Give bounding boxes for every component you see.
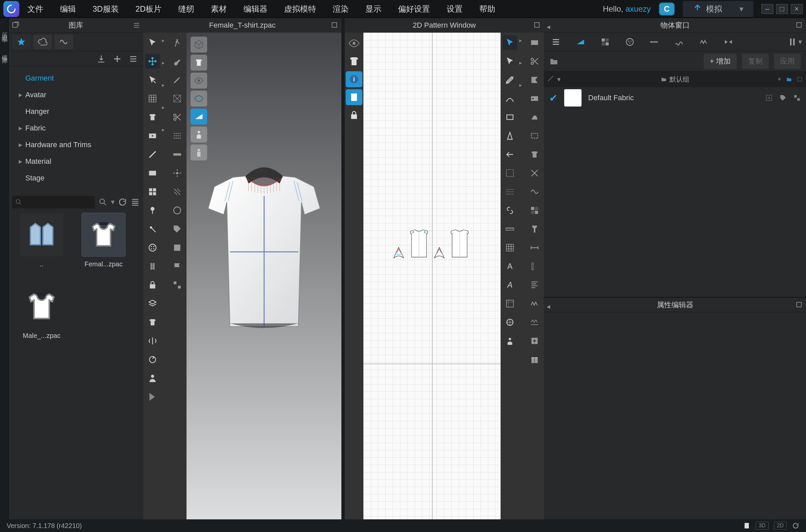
copy-button[interactable]: 复制 xyxy=(742,54,769,69)
toolb-btn2[interactable] xyxy=(170,203,185,218)
tool-tack[interactable] xyxy=(145,222,160,236)
toolb-flag[interactable] xyxy=(170,259,185,274)
popout-icon[interactable] xyxy=(331,21,339,29)
tool-mirror[interactable] xyxy=(145,334,160,348)
toolb-tag[interactable] xyxy=(170,222,185,236)
tool-sew[interactable] xyxy=(145,129,160,143)
grid-small-icon[interactable] xyxy=(793,94,801,101)
ft-surface[interactable] xyxy=(190,109,207,125)
ft-body[interactable] xyxy=(190,127,207,142)
tool-select-lasso[interactable] xyxy=(145,73,160,87)
tool-layers[interactable] xyxy=(145,296,160,311)
t2b-iron[interactable] xyxy=(527,110,542,125)
refresh-icon[interactable] xyxy=(118,197,127,207)
t2b-marker[interactable] xyxy=(527,222,542,236)
rail-tab-history[interactable]: 历史记录 xyxy=(0,25,9,37)
tool-zipper[interactable] xyxy=(145,259,160,274)
menu-edit[interactable]: 编辑 xyxy=(60,4,76,14)
t2-pen[interactable] xyxy=(503,73,517,87)
tool-rotate[interactable] xyxy=(145,352,160,367)
add-button[interactable]: + 增加 xyxy=(704,54,737,69)
menu-settings[interactable]: 设置 xyxy=(447,4,463,14)
status-refresh-icon[interactable] xyxy=(792,522,799,529)
t2b-cut[interactable] xyxy=(527,166,542,180)
popout-icon[interactable] xyxy=(11,21,19,29)
fabric-row[interactable]: ✔ Default Fabric xyxy=(544,87,806,109)
t2b-check[interactable] xyxy=(527,203,542,218)
chip-2d[interactable]: 2D xyxy=(774,522,787,530)
tree-hardware[interactable]: ▸Hardware and Trims xyxy=(9,136,143,153)
expand-caret[interactable]: ▸ xyxy=(162,82,168,88)
toolb-snap[interactable] xyxy=(170,166,185,180)
chip-3d[interactable]: 3D xyxy=(756,522,768,530)
fabric-swatch[interactable] xyxy=(564,89,582,107)
group-header[interactable]: ▾ 默认组 + xyxy=(544,71,806,87)
expand-caret[interactable]: ▸ xyxy=(162,127,168,133)
objtab-line[interactable] xyxy=(647,35,662,49)
t2-A[interactable]: A xyxy=(503,259,517,274)
ft-shirt[interactable] xyxy=(190,55,207,71)
menu-help[interactable]: 帮助 xyxy=(479,4,495,14)
collapse-icon[interactable]: ◂ xyxy=(546,302,555,310)
t2-trace[interactable] xyxy=(503,166,517,180)
canvas-3d[interactable] xyxy=(187,33,341,519)
menu-file[interactable]: 文件 xyxy=(27,4,43,14)
simulate-button[interactable]: 模拟 ▾ xyxy=(683,1,753,17)
tree-fabric[interactable]: ▸Fabric xyxy=(9,120,143,136)
menu-pref[interactable]: 偏好设置 xyxy=(398,4,430,14)
tool-move[interactable] xyxy=(145,54,160,69)
t2b-ruler2[interactable] xyxy=(527,259,542,274)
t2b-wave[interactable] xyxy=(527,185,542,199)
lib-tab-cloud[interactable] xyxy=(33,35,52,49)
popout-icon[interactable] xyxy=(795,301,803,309)
objtab-button[interactable] xyxy=(622,35,637,49)
thumb-male-tshirt[interactable]: Male_...zpac xyxy=(17,285,67,340)
t2b-gift[interactable] xyxy=(527,352,542,367)
cloud-badge-icon[interactable]: C xyxy=(659,2,675,16)
toolb-stitch[interactable] xyxy=(170,185,185,199)
objtab-stitch[interactable] xyxy=(672,35,687,49)
app-logo[interactable] xyxy=(3,1,19,17)
collapse-icon[interactable]: ◂ xyxy=(546,23,555,31)
toolb-mesh[interactable] xyxy=(170,91,185,106)
ft2d-lock[interactable] xyxy=(346,107,362,123)
window-maximize[interactable]: □ xyxy=(776,4,788,14)
expand-caret[interactable]: ▸ xyxy=(162,60,168,66)
toolb-seam[interactable] xyxy=(170,129,185,143)
toolb-paint[interactable] xyxy=(170,54,185,69)
lib-tab-fav[interactable] xyxy=(12,35,31,49)
library-search[interactable] xyxy=(12,196,95,208)
ft-eye2[interactable] xyxy=(190,91,207,107)
t2b-rect[interactable] xyxy=(527,129,542,143)
t2-seam[interactable] xyxy=(503,185,517,199)
tool-garment[interactable] xyxy=(145,110,160,125)
popout-icon[interactable] xyxy=(795,21,803,29)
thumb-female-tshirt[interactable]: Femal...zpac xyxy=(79,213,129,268)
menu-render[interactable]: 渲染 xyxy=(333,4,349,14)
t2-rect[interactable] xyxy=(503,110,517,125)
tool-grid[interactable] xyxy=(145,185,160,199)
t2-dart[interactable] xyxy=(503,129,517,143)
menu-display[interactable]: 显示 xyxy=(365,4,381,14)
tree-material[interactable]: ▸Material xyxy=(9,153,143,170)
objtab-bow[interactable] xyxy=(721,35,736,49)
objtab-texture[interactable] xyxy=(598,35,613,49)
objtab-fabric[interactable] xyxy=(573,35,588,49)
expand-caret[interactable]: ▸ xyxy=(162,37,168,44)
lib-tab-wave[interactable] xyxy=(55,35,73,49)
menu-sewing[interactable]: 缝纫 xyxy=(178,4,194,14)
menu-editor[interactable]: 编辑器 xyxy=(243,4,267,14)
t2-notch[interactable] xyxy=(503,147,517,162)
t2b-add[interactable] xyxy=(527,334,542,348)
expand-caret[interactable]: ▸ xyxy=(162,104,168,111)
tool-sew2[interactable] xyxy=(145,166,160,180)
t2-link[interactable] xyxy=(503,203,517,218)
add-small-icon[interactable] xyxy=(765,94,773,101)
toolb-blocks[interactable] xyxy=(170,278,185,292)
toolb-walk[interactable] xyxy=(170,35,185,50)
tool-needle[interactable] xyxy=(145,147,160,162)
canvas-2d[interactable] xyxy=(363,33,501,519)
t2b-fold[interactable] xyxy=(527,73,542,87)
t2-pattern[interactable] xyxy=(503,296,517,311)
add-icon[interactable] xyxy=(113,54,122,63)
